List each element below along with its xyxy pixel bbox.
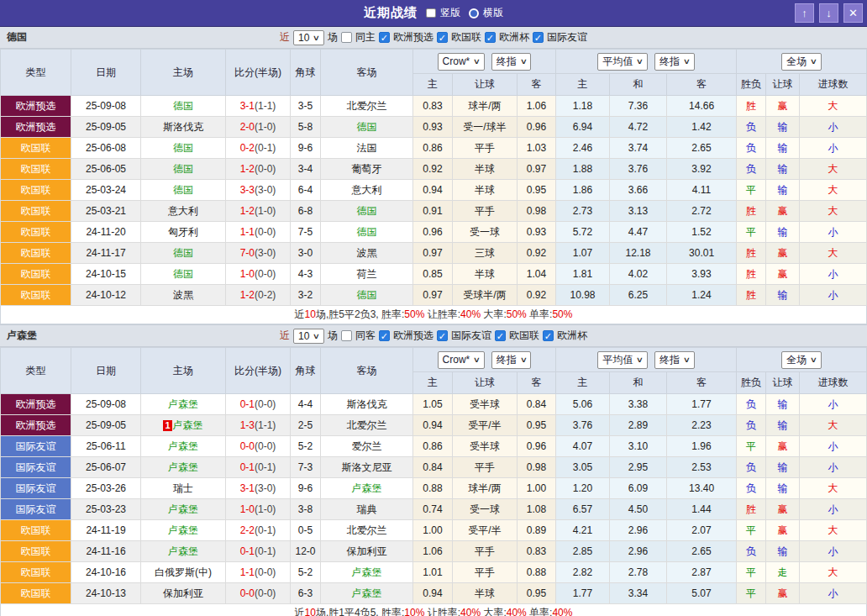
away-team-name: 德国 xyxy=(357,226,377,238)
bookmaker-select[interactable]: Crow*∨ xyxy=(438,351,485,369)
avg-home-odds-cell: 2.85 xyxy=(556,541,610,562)
halftime-score: (0-2) xyxy=(255,289,276,301)
league-checkbox-1[interactable]: ✓ xyxy=(437,32,448,43)
crow-home-odds-cell: 1.01 xyxy=(413,562,453,583)
chevron-down-icon: ∨ xyxy=(683,355,691,364)
league-checkbox-0[interactable]: ✓ xyxy=(379,32,390,43)
avg-draw-odds-cell: 6.09 xyxy=(610,478,667,499)
league-checkbox-2[interactable]: ✓ xyxy=(495,330,506,341)
avg-away-odds-cell: 4.11 xyxy=(667,180,737,201)
move-up-button[interactable]: ↑ xyxy=(795,3,814,23)
home-team-cell: 保加利亚 xyxy=(141,583,226,604)
match-type-cell: 欧国联 xyxy=(1,201,71,222)
match-count-select[interactable]: 10∨ xyxy=(293,30,324,45)
handicap-result-cell: 输 xyxy=(766,478,800,499)
match-count-select[interactable]: 10∨ xyxy=(293,329,324,344)
col-crow-away: 客 xyxy=(518,372,556,394)
layout-radio-vertical[interactable]: 竖版 xyxy=(426,6,460,20)
match-count-value: 10 xyxy=(298,32,309,44)
odds-stage-select-2[interactable]: 终指∨ xyxy=(654,53,695,71)
league-checkbox-0[interactable]: ✓ xyxy=(379,330,390,341)
corner-cell: 9-6 xyxy=(291,478,321,499)
avg-draw-odds-cell: 12.18 xyxy=(610,243,667,264)
bookmaker-select[interactable]: Crow*∨ xyxy=(438,53,485,71)
team-section-germany: 德国 近 10∨ 场 同主 ✓欧洲预选 ✓欧国联 ✓欧洲杯 ✓国际友谊 类型 日… xyxy=(0,27,867,325)
match-date-cell: 24-10-16 xyxy=(71,562,141,583)
radio-selected-icon[interactable] xyxy=(426,8,436,18)
col-avg-home: 主 xyxy=(556,372,610,394)
crow-away-odds-cell: 0.84 xyxy=(518,394,556,415)
radio-unselected-icon[interactable] xyxy=(469,8,479,18)
match-type-cell: 国际友谊 xyxy=(1,499,71,520)
league-checkbox-3[interactable]: ✓ xyxy=(533,32,544,43)
fulltime-select[interactable]: 全场∨ xyxy=(781,351,822,369)
halftime-score: (0-1) xyxy=(255,142,276,154)
move-down-button[interactable]: ↓ xyxy=(819,3,838,23)
match-row: 欧国联24-11-20匈牙利1-1(0-0)7-5德国0.96受一球0.935.… xyxy=(1,222,867,243)
crow-away-odds-cell: 0.98 xyxy=(518,201,556,222)
same-away-checkbox[interactable] xyxy=(341,330,352,341)
corner-cell: 5-2 xyxy=(291,562,321,583)
match-row: 欧国联24-11-19卢森堡2-2(0-1)0-5北爱尔兰1.00受平/半0.8… xyxy=(1,520,867,541)
goals-result-cell: 小 xyxy=(800,138,867,159)
handicap-result-cell: 赢 xyxy=(766,583,800,604)
crow-handicap-cell: 平手 xyxy=(453,138,518,159)
corner-cell: 5-8 xyxy=(291,117,321,138)
home-team-name: 德国 xyxy=(173,247,193,259)
wdl-result-cell: 平 xyxy=(737,436,766,457)
wdl-result-cell: 负 xyxy=(737,541,766,562)
avg-draw-odds-cell: 4.02 xyxy=(610,264,667,285)
score-cell: 1-2(0-2) xyxy=(226,285,291,306)
match-type-cell: 欧国联 xyxy=(1,180,71,201)
avg-home-odds-cell: 1.20 xyxy=(556,478,610,499)
col-away: 客场 xyxy=(321,348,413,394)
match-date-cell: 25-06-11 xyxy=(71,436,141,457)
odds-stage-select-1[interactable]: 终指∨ xyxy=(491,53,532,71)
away-team-cell: 卢森堡 xyxy=(321,478,413,499)
near-label: 近 xyxy=(280,30,290,45)
games-label: 场 xyxy=(328,329,338,343)
match-type-cell: 欧国联 xyxy=(1,138,71,159)
fulltime-value: 全场 xyxy=(786,353,807,367)
wdl-result-cell: 胜 xyxy=(737,285,766,306)
home-team-cell: 德国 xyxy=(141,264,226,285)
match-type-cell: 欧洲预选 xyxy=(1,117,71,138)
odds-stage-value-2: 终指 xyxy=(659,55,680,69)
league-checkbox-1[interactable]: ✓ xyxy=(437,330,448,341)
home-team-name: 卢森堡 xyxy=(168,545,198,557)
chevron-down-icon: ∨ xyxy=(473,355,481,364)
bookmaker-value: Crow* xyxy=(443,55,470,67)
league-checkbox-2[interactable]: ✓ xyxy=(485,32,496,43)
avg-home-odds-cell: 5.06 xyxy=(556,394,610,415)
match-row: 欧国联24-10-15德国1-0(0-0)4-3荷兰0.85半球1.041.81… xyxy=(1,264,867,285)
layout-radio-horizontal[interactable]: 横版 xyxy=(469,6,503,20)
summary-rate-value: 50% xyxy=(404,308,424,320)
chevron-down-icon: ∨ xyxy=(313,34,320,42)
same-home-checkbox[interactable] xyxy=(341,32,352,43)
avg-away-odds-cell: 30.01 xyxy=(667,243,737,264)
handicap-result-cell: 输 xyxy=(766,159,800,180)
league-checkbox-3[interactable]: ✓ xyxy=(543,330,554,341)
fulltime-select[interactable]: 全场∨ xyxy=(781,53,822,71)
col-date: 日期 xyxy=(71,348,141,394)
goals-result-cell: 大 xyxy=(800,201,867,222)
close-button[interactable]: ✕ xyxy=(843,3,863,23)
league-label-1: 欧国联 xyxy=(451,30,481,45)
league-label-2: 欧国联 xyxy=(509,329,539,343)
average-select[interactable]: 平均值∨ xyxy=(597,351,648,369)
odds-stage-select-2[interactable]: 终指∨ xyxy=(654,351,695,369)
home-team-name: 意大利 xyxy=(168,205,198,217)
average-select[interactable]: 平均值∨ xyxy=(597,53,648,71)
match-row: 国际友谊25-06-11卢森堡0-0(0-0)5-2爱尔兰0.86受半球0.96… xyxy=(1,436,867,457)
match-type-cell: 欧洲预选 xyxy=(1,394,71,415)
avg-home-odds-cell: 6.94 xyxy=(556,117,610,138)
avg-away-odds-cell: 1.52 xyxy=(667,222,737,243)
league-label-3: 国际友谊 xyxy=(547,30,587,45)
avg-draw-odds-cell: 3.66 xyxy=(610,180,667,201)
away-team-cell: 意大利 xyxy=(321,180,413,201)
odds-stage-value-1: 终指 xyxy=(497,353,517,367)
home-team-cell: 瑞士 xyxy=(141,478,226,499)
home-team-cell: 卢森堡 xyxy=(141,541,226,562)
odds-stage-select-1[interactable]: 终指∨ xyxy=(491,351,532,369)
avg-draw-odds-cell: 4.47 xyxy=(610,222,667,243)
